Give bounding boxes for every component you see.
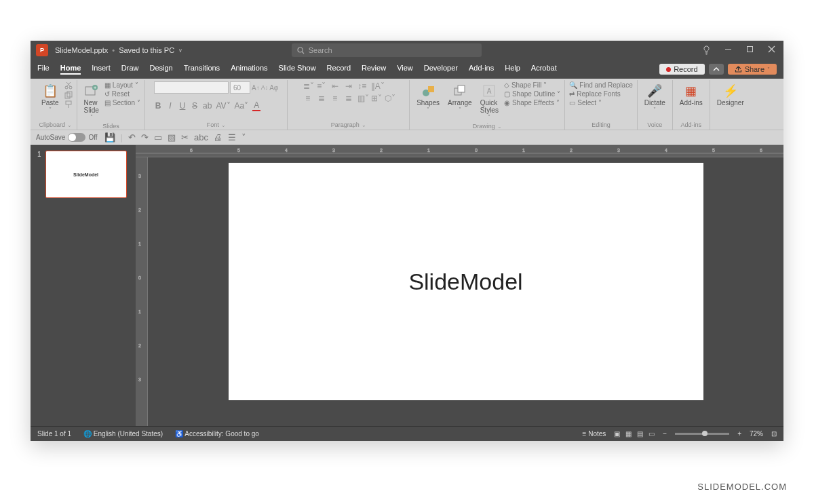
format-painter-button[interactable] [64, 100, 73, 109]
indent-increase-button[interactable]: ⇥ [344, 81, 353, 91]
share-button[interactable]: Share ˅ [728, 64, 777, 75]
undo-button[interactable]: ↶ [128, 132, 136, 142]
tab-addins[interactable]: Add-ins [469, 64, 494, 75]
slide-count[interactable]: Slide 1 of 1 [37, 430, 71, 438]
strike-button[interactable]: S [191, 101, 199, 111]
underline-button[interactable]: U [178, 101, 187, 111]
quick-styles-button[interactable]: AQuick Styles˅ [478, 81, 501, 121]
decrease-font-button[interactable]: A↓ [261, 84, 269, 91]
tab-insert[interactable]: Insert [92, 64, 111, 75]
close-icon[interactable] [764, 45, 778, 55]
layout-button[interactable]: ▦ Layout ˅ [104, 81, 140, 89]
tab-record[interactable]: Record [327, 64, 351, 75]
tab-animations[interactable]: Animations [231, 64, 267, 75]
normal-view-button[interactable]: ▣ [614, 430, 620, 438]
tab-transitions[interactable]: Transitions [184, 64, 220, 75]
language-status[interactable]: 🌐 English (United States) [83, 430, 163, 438]
align-left-button[interactable]: ≡ [303, 94, 313, 103]
slide-thumbnail[interactable]: 1 SlideModel [37, 151, 129, 198]
zoom-in-button[interactable]: + [737, 430, 741, 438]
zoom-slider[interactable] [675, 433, 729, 435]
maximize-icon[interactable] [743, 45, 756, 55]
dictate-button[interactable]: 🎤Dictate˅ [642, 81, 668, 114]
tab-home[interactable]: Home [60, 64, 81, 75]
shapes-button[interactable]: Shapes˅ [414, 81, 442, 114]
ruler-horizontal[interactable]: 6543210123456 [136, 145, 783, 157]
qat-touch-button[interactable]: ☰ [228, 132, 236, 142]
italic-button[interactable]: I [166, 101, 174, 111]
redo-button[interactable]: ↷ [141, 132, 149, 142]
tab-view[interactable]: View [397, 64, 413, 75]
columns-button[interactable]: ▥˅ [357, 94, 367, 103]
tab-help[interactable]: Help [505, 64, 520, 75]
font-name-select[interactable] [154, 81, 229, 94]
tab-review[interactable]: Review [362, 64, 386, 75]
addins-button[interactable]: ▦Add-ins [677, 81, 705, 108]
from-beginning-button[interactable]: ▭ [154, 132, 162, 142]
fit-to-window-button[interactable]: ⊡ [771, 430, 777, 438]
canvas-area[interactable]: SlideModel [148, 157, 783, 426]
justify-button[interactable]: ≣ [344, 94, 353, 103]
qat-spelling-button[interactable]: abc [194, 132, 208, 142]
section-button[interactable]: ▤ Section ˅ [104, 99, 140, 106]
save-button[interactable]: 💾 [104, 132, 115, 142]
paste-button[interactable]: 📋Paste˅ [39, 81, 62, 114]
shadow-button[interactable]: ab [203, 101, 212, 111]
record-button[interactable]: Record [659, 64, 704, 75]
zoom-out-button[interactable]: − [663, 430, 667, 438]
tab-draw[interactable]: Draw [121, 64, 139, 75]
slideshow-view-button[interactable]: ▭ [648, 430, 655, 438]
qat-cut-button[interactable]: ✂ [181, 132, 189, 142]
shape-fill-button[interactable]: ◇ Shape Fill ˅ [504, 81, 560, 89]
change-case-button[interactable]: Aa˅ [235, 101, 249, 111]
align-right-button[interactable]: ≡ [330, 94, 340, 103]
document-title[interactable]: SlideModel.pptx • Saved to this PC ∨ [55, 46, 182, 54]
select-button[interactable]: ▭ Select ˅ [569, 99, 632, 106]
collapse-ribbon-button[interactable] [709, 64, 724, 75]
reading-view-button[interactable]: ▤ [637, 430, 643, 438]
slide-title-text[interactable]: SlideModel [408, 269, 522, 295]
numbering-button[interactable]: ≡˅ [317, 81, 326, 91]
accessibility-status[interactable]: ♿ Accessibility: Good to go [175, 430, 259, 438]
minimize-icon[interactable] [721, 45, 735, 55]
tab-slideshow[interactable]: Slide Show [279, 64, 316, 75]
shape-outline-button[interactable]: ▢ Shape Outline ˅ [504, 90, 560, 98]
notes-button[interactable]: ≡ Notes [583, 430, 606, 438]
font-size-select[interactable]: 60 [230, 81, 250, 94]
search-input[interactable]: Search [292, 43, 482, 57]
autosave-toggle[interactable]: AutoSave Off [36, 133, 98, 142]
tab-developer[interactable]: Developer [424, 64, 458, 75]
new-slide-button[interactable]: +New Slide˅ [81, 81, 102, 121]
zoom-level[interactable]: 72% [750, 430, 763, 438]
align-center-button[interactable]: ≣ [317, 94, 326, 103]
cut-button[interactable] [64, 81, 73, 90]
designer-button[interactable]: ⚡Designer [714, 81, 747, 108]
text-direction-button[interactable]: ‖A˅ [371, 81, 381, 91]
help-lightbulb-icon[interactable] [699, 45, 713, 55]
ruler-vertical[interactable]: 3210123 [136, 157, 148, 426]
tab-file[interactable]: File [37, 64, 50, 75]
arrange-button[interactable]: Arrange˅ [445, 81, 475, 114]
qat-more-button[interactable]: ˅ [241, 132, 246, 142]
align-text-button[interactable]: ⊞˅ [371, 94, 381, 103]
sorter-view-button[interactable]: ▦ [625, 430, 632, 438]
char-spacing-button[interactable]: AV˅ [216, 101, 230, 111]
reset-button[interactable]: ↺ Reset [104, 90, 140, 98]
replace-button[interactable]: ⇄ Replace Fonts [569, 90, 632, 98]
slide-canvas[interactable]: SlideModel [229, 163, 703, 400]
tab-design[interactable]: Design [149, 64, 172, 75]
line-spacing-button[interactable]: ↕≡ [357, 81, 367, 91]
font-color-button[interactable]: A [252, 100, 260, 111]
shape-effects-button[interactable]: ◉ Shape Effects ˅ [504, 99, 560, 106]
increase-font-button[interactable]: A↑ [252, 84, 260, 92]
qat-print-button[interactable]: 🖨 [214, 132, 222, 142]
find-button[interactable]: 🔍 Find and Replace [569, 81, 632, 89]
indent-decrease-button[interactable]: ⇤ [330, 81, 340, 91]
copy-button[interactable] [64, 91, 73, 99]
tab-acrobat[interactable]: Acrobat [531, 64, 557, 75]
clear-format-button[interactable]: Aφ [269, 84, 278, 92]
qat-new-slide-button[interactable]: ▧ [168, 132, 176, 142]
smartart-button[interactable]: ⬡˅ [385, 94, 394, 103]
bold-button[interactable]: B [154, 101, 162, 111]
bullets-button[interactable]: ≣˅ [303, 81, 313, 91]
